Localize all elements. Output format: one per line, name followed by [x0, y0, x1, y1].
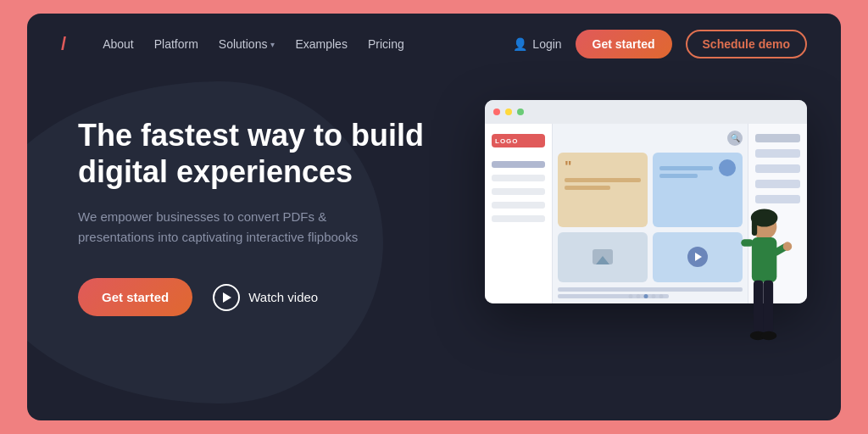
main-container: / About Platform Solutions ▾ Examples Pr…: [27, 14, 841, 420]
nav-links: About Platform Solutions ▾ Examples Pric…: [103, 37, 492, 51]
dot-5: [659, 294, 664, 298]
browser-dot-yellow: [505, 108, 512, 115]
play-triangle-mock: [695, 253, 702, 261]
card-blue-line-2: [659, 174, 698, 178]
right-sidebar-item-3: [755, 164, 800, 173]
nav-right: 👤 Login Get started Schedule demo: [513, 30, 807, 58]
sidebar-item-5: [492, 215, 545, 222]
login-button[interactable]: 👤 Login: [513, 37, 561, 51]
nav-solutions[interactable]: Solutions ▾: [219, 37, 275, 51]
browser-sidebar: LOGO: [485, 124, 553, 303]
card-blue-line-1: [659, 166, 713, 170]
play-button-mock: [687, 247, 708, 267]
browser-dot-green: [517, 108, 524, 115]
svg-rect-7: [754, 281, 764, 334]
avatar-mock: [719, 159, 736, 176]
dot-4: [652, 294, 656, 298]
card-image: [558, 232, 648, 283]
hero-section: The fastest way to build digital experie…: [27, 75, 841, 363]
card-line-2: [565, 186, 610, 190]
right-sidebar-item-2: [755, 149, 800, 158]
navigation: / About Platform Solutions ▾ Examples Pr…: [27, 14, 841, 75]
hero-title: The fastest way to build digital experie…: [78, 117, 434, 190]
svg-rect-2: [752, 218, 757, 236]
image-icon: [593, 249, 613, 264]
mock-logo: LOGO: [495, 137, 519, 145]
watch-video-button[interactable]: Watch video: [213, 284, 318, 311]
dot-2: [637, 294, 641, 298]
dot-1: [629, 294, 633, 298]
nav-pricing[interactable]: Pricing: [368, 37, 404, 51]
sidebar-item-3: [492, 188, 545, 195]
browser-search-row: 🔍: [558, 131, 743, 146]
browser-bar: [485, 100, 807, 124]
sidebar-item-4: [492, 202, 545, 209]
browser-main-area: 🔍 ": [553, 124, 748, 303]
play-icon: [213, 284, 240, 311]
svg-point-10: [760, 331, 776, 341]
nav-examples[interactable]: Examples: [295, 37, 347, 51]
svg-point-6: [783, 242, 793, 251]
schedule-demo-button[interactable]: Schedule demo: [686, 30, 807, 58]
search-icon: 🔍: [727, 131, 743, 146]
sidebar-item-2: [492, 175, 545, 181]
logo[interactable]: /: [61, 33, 65, 55]
dot-3: [644, 294, 648, 298]
user-icon: 👤: [513, 37, 527, 51]
browser-indicator-dots: [629, 294, 664, 298]
play-triangle: [223, 292, 231, 303]
svg-rect-3: [752, 237, 776, 282]
get-started-nav-button[interactable]: Get started: [576, 30, 672, 58]
hero-text: The fastest way to build digital experie…: [78, 108, 434, 316]
right-sidebar-item-1: [755, 134, 800, 142]
quote-mark: ": [565, 159, 641, 175]
card-line-1: [565, 178, 641, 182]
browser-card-grid: ": [558, 153, 743, 282]
get-started-hero-button[interactable]: Get started: [78, 278, 192, 316]
bottom-bar-line-1: [558, 287, 743, 292]
browser-dot-red: [493, 108, 500, 115]
svg-rect-4: [741, 239, 754, 246]
nav-about[interactable]: About: [103, 37, 134, 51]
svg-rect-8: [764, 281, 774, 334]
hero-subtitle: We empower businesses to convert PDFs & …: [78, 207, 383, 248]
hero-actions: Get started Watch video: [78, 278, 434, 316]
hero-illustration: LOGO 🔍: [468, 108, 790, 363]
nav-platform[interactable]: Platform: [154, 37, 198, 51]
mountain-icon: [596, 256, 609, 264]
browser-logo-area: LOGO: [492, 134, 545, 147]
chevron-down-icon: ▾: [270, 40, 275, 49]
card-quote: ": [558, 153, 648, 227]
sidebar-item-1: [492, 161, 545, 168]
person-illustration: [726, 202, 798, 371]
right-sidebar-item-4: [755, 180, 800, 188]
